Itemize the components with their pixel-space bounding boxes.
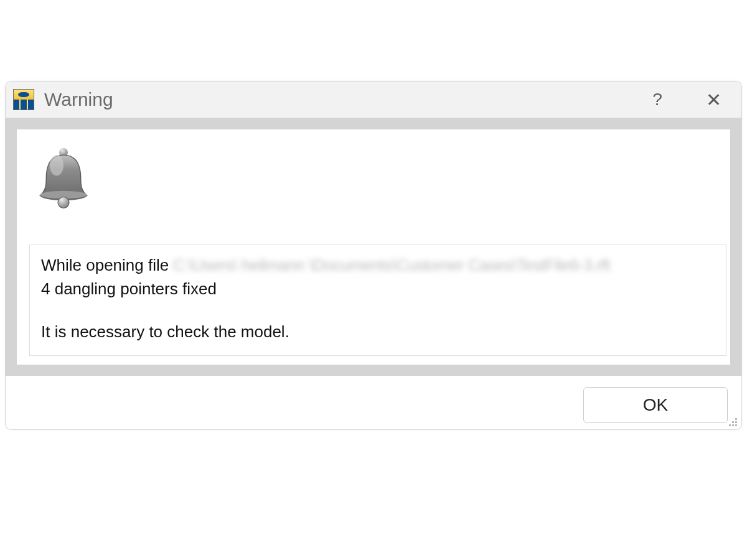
svg-rect-9 <box>732 424 734 426</box>
message-file-path-obscured: C:\Users\ heilmann \Documents\Customer C… <box>172 254 713 278</box>
resize-grip[interactable] <box>728 417 739 428</box>
svg-point-3 <box>58 197 69 208</box>
dialog-footer: OK <box>6 376 741 429</box>
message-panel: While opening file C:\Users\ heilmann \D… <box>29 245 726 356</box>
message-line-2: 4 dangling pointers fixed <box>41 278 713 301</box>
titlebar: Warning ? ✕ <box>6 82 741 118</box>
dialog-body: While opening file C:\Users\ heilmann \D… <box>17 129 730 365</box>
close-button[interactable]: ✕ <box>685 82 741 118</box>
dialog-title: Warning <box>44 89 113 110</box>
svg-rect-8 <box>729 424 731 426</box>
svg-rect-6 <box>732 421 734 423</box>
svg-point-4 <box>50 155 63 175</box>
bell-icon <box>35 148 726 210</box>
svg-rect-7 <box>735 421 737 423</box>
help-button[interactable]: ? <box>629 82 685 118</box>
app-icon <box>13 89 34 110</box>
svg-rect-10 <box>735 424 737 426</box>
svg-rect-5 <box>735 418 737 420</box>
message-line-1: While opening file C:\Users\ heilmann \D… <box>41 254 713 278</box>
dialog-body-frame: While opening file C:\Users\ heilmann \D… <box>6 118 741 376</box>
message-line-1-text: While opening file <box>41 254 169 278</box>
warning-dialog: Warning ? ✕ <box>5 81 742 430</box>
message-line-3: It is necessary to check the model. <box>41 320 713 344</box>
ok-button[interactable]: OK <box>583 387 728 423</box>
